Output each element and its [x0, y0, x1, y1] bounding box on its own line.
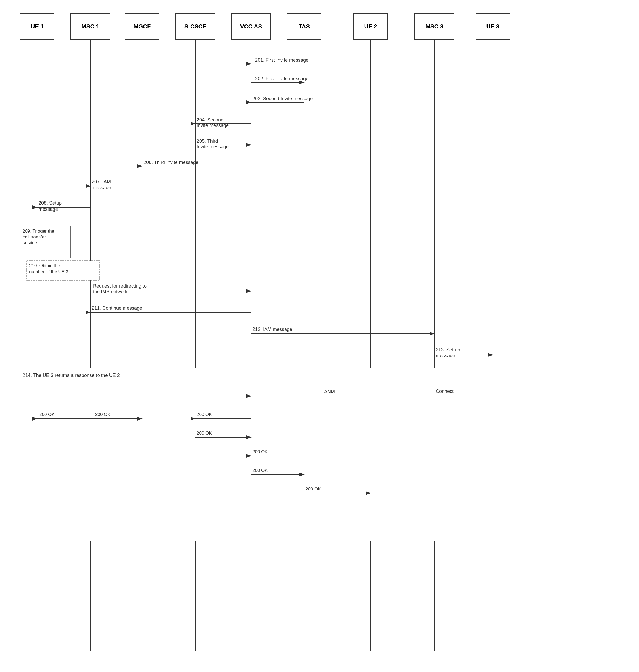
entity-MSC3: MSC 3	[415, 13, 454, 40]
label-204b: Invite message	[197, 123, 229, 128]
svg-rect-25	[20, 368, 498, 541]
label-202: 202. First Invite message	[255, 76, 309, 81]
entity-UE2: UE 2	[353, 13, 388, 40]
label-213b: message	[436, 353, 455, 358]
label-210b: number of the UE 3	[29, 269, 68, 274]
entity-VCCAS: VCC AS	[231, 13, 271, 40]
label-207b: message	[92, 185, 111, 190]
label-208: 208. Setup	[38, 200, 62, 206]
label-200ok1: 200 OK	[39, 412, 55, 417]
label-209c: service	[22, 240, 37, 245]
entity-MSC1: MSC 1	[71, 13, 110, 40]
label-req: Request for redirecting to	[93, 284, 147, 289]
entity-TAS: TAS	[287, 13, 322, 40]
label-206: 206. Third Invite message	[143, 160, 199, 165]
label-214: 214. The UE 3 returns a response to the …	[22, 373, 120, 378]
label-205: 205. Third	[197, 138, 218, 144]
label-207: 207. IAM	[92, 179, 111, 184]
label-208b: message	[38, 207, 58, 212]
label-205b: Invite message	[197, 144, 229, 149]
label-204: 204. Second	[197, 117, 223, 123]
label-200ok2: 200 OK	[95, 412, 110, 417]
entity-UE3: UE 3	[476, 13, 510, 40]
label-200ok4: 200 OK	[197, 431, 212, 436]
entity-UE1: UE 1	[20, 13, 54, 40]
label-200ok7: 200 OK	[306, 487, 321, 491]
label-211: 211. Continue message	[92, 305, 142, 311]
label-213: 213. Set up	[436, 347, 460, 352]
sequence-diagram: 201. First Invite message 202. First Inv…	[0, 0, 639, 672]
label-200ok3: 200 OK	[197, 412, 212, 417]
label-reqb: the IMS network	[93, 289, 128, 294]
label-210: 210. Obtain the	[29, 263, 60, 268]
entity-SCSCF: S-CSCF	[175, 13, 215, 40]
label-212: 212. IAM message	[252, 327, 292, 332]
label-200ok5: 200 OK	[252, 449, 268, 454]
label-201: 201. First Invite message	[255, 57, 309, 63]
label-209b: call transfer	[22, 234, 46, 240]
label-209: 209. Trigger the	[22, 229, 54, 234]
label-203: 203. Second Invite message	[252, 96, 313, 101]
label-200ok6: 200 OK	[252, 468, 268, 473]
label-connect: Connect	[436, 388, 454, 394]
entity-MGCF: MGCF	[125, 13, 159, 40]
label-ANM: ANM	[324, 389, 335, 395]
svg-rect-19	[20, 226, 71, 258]
svg-rect-20	[27, 260, 100, 280]
